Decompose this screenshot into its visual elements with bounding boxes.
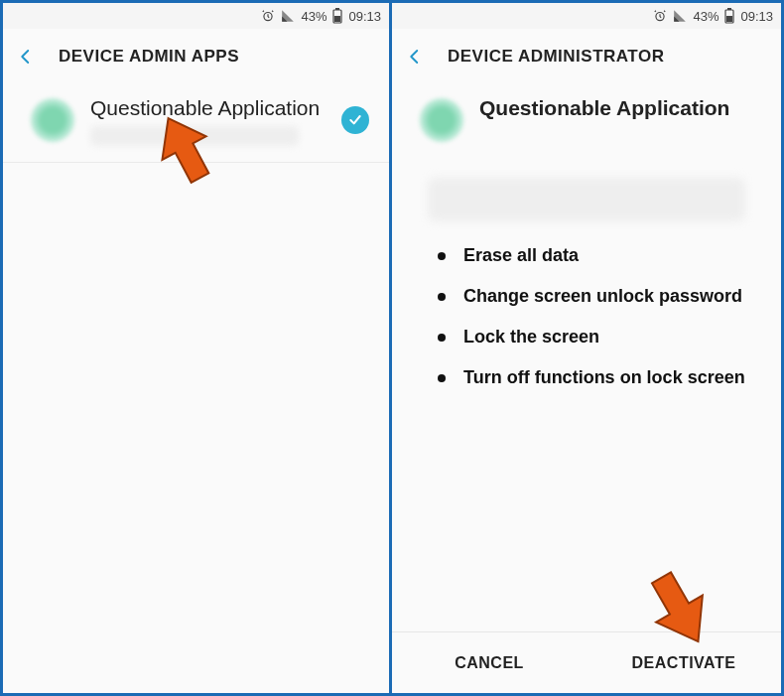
cancel-button[interactable]: CANCEL xyxy=(392,632,587,693)
page-title: DEVICE ADMINISTRATOR xyxy=(448,47,664,67)
page-title: DEVICE ADMIN APPS xyxy=(59,47,239,67)
header: DEVICE ADMIN APPS xyxy=(3,29,389,84)
app-name-label: Questionable Application xyxy=(479,96,761,120)
signal-icon xyxy=(281,9,295,23)
alarm-icon xyxy=(653,9,667,23)
redacted-subtext xyxy=(90,126,299,146)
permissions-list: Erase all data Change screen unlock pass… xyxy=(420,239,753,388)
svg-rect-14 xyxy=(726,16,732,22)
status-bar: 43% 09:13 xyxy=(3,3,389,29)
permission-item: Change screen unlock password xyxy=(438,286,753,307)
battery-percent: 43% xyxy=(693,9,719,24)
svg-rect-9 xyxy=(335,8,339,10)
status-bar: 43% 09:13 xyxy=(392,3,781,29)
permission-label: Lock the screen xyxy=(463,327,599,348)
app-icon xyxy=(31,98,74,142)
screen-device-administrator: 43% 09:13 DEVICE ADMINISTRATOR Questiona… xyxy=(392,0,784,696)
screen-device-admin-apps: 43% 09:13 DEVICE ADMIN APPS Questionable… xyxy=(0,0,392,696)
battery-percent: 43% xyxy=(301,9,327,24)
permission-label: Change screen unlock password xyxy=(463,286,742,307)
clock-time: 09:13 xyxy=(348,9,381,24)
app-list-item[interactable]: Questionable Application xyxy=(3,84,389,163)
enabled-check-icon xyxy=(341,106,369,134)
bullet-icon xyxy=(438,374,446,382)
app-icon xyxy=(420,98,463,142)
signal-icon xyxy=(673,9,687,23)
permission-label: Turn off functions on lock screen xyxy=(463,367,745,388)
battery-icon xyxy=(724,8,734,24)
battery-icon xyxy=(332,8,342,24)
permission-label: Erase all data xyxy=(463,245,579,266)
bullet-icon xyxy=(438,334,446,342)
bullet-icon xyxy=(438,252,446,260)
svg-rect-13 xyxy=(727,8,731,10)
bullet-icon xyxy=(438,293,446,301)
bottom-action-bar: CANCEL DEACTIVATE xyxy=(392,631,781,693)
app-header: Questionable Application xyxy=(392,84,781,158)
alarm-icon xyxy=(261,9,275,23)
svg-rect-10 xyxy=(334,16,340,22)
permission-item: Lock the screen xyxy=(438,327,753,348)
clock-time: 09:13 xyxy=(740,9,773,24)
header: DEVICE ADMINISTRATOR xyxy=(392,29,781,84)
redacted-description xyxy=(428,178,745,221)
app-name-label: Questionable Application xyxy=(90,96,326,120)
deactivate-button[interactable]: DEACTIVATE xyxy=(587,632,781,693)
back-icon[interactable] xyxy=(17,48,35,66)
permission-item: Turn off functions on lock screen xyxy=(438,367,753,388)
permission-item: Erase all data xyxy=(438,245,753,266)
back-icon[interactable] xyxy=(406,48,424,66)
permissions-block: Erase all data Change screen unlock pass… xyxy=(392,158,781,388)
